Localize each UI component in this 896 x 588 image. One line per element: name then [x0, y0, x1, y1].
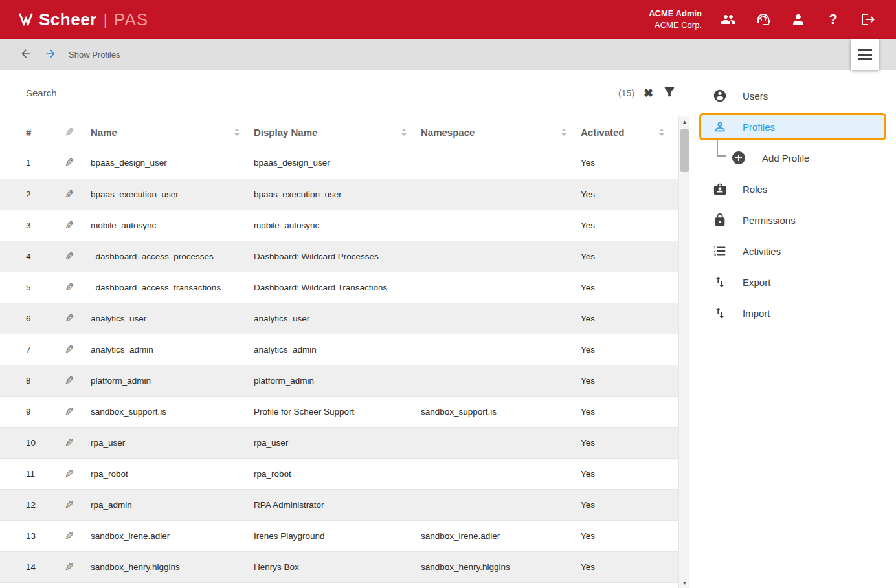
profile-activated: Yes — [581, 489, 678, 520]
add-circle-icon — [731, 150, 746, 166]
table-row: 1✎bpaas_design_userbpaas_design_userYes — [0, 147, 678, 179]
profile-display-name: platform_admin — [254, 365, 421, 396]
profile-name: sandbox_support.is — [91, 396, 254, 427]
profile-activated: Yes — [581, 427, 678, 458]
scroll-down-icon[interactable]: ▼ — [679, 578, 690, 588]
edit-icon: ✎ — [65, 125, 74, 139]
edit-icon[interactable]: ✎ — [65, 219, 74, 232]
current-user-block: ACME Admin ACME Corp. — [649, 8, 702, 30]
profile-display-name: Irenes Playground — [254, 520, 421, 551]
search-input[interactable] — [26, 87, 609, 98]
profile-name: analytics_admin — [91, 334, 254, 365]
table-row: 3✎mobile_autosyncmobile_autosyncYes — [0, 210, 678, 241]
profile-namespace — [421, 210, 581, 241]
edit-icon[interactable]: ✎ — [65, 374, 74, 387]
edit-icon[interactable]: ✎ — [65, 405, 74, 419]
sidebar-item-profiles[interactable]: Profiles — [699, 113, 886, 140]
edit-icon[interactable]: ✎ — [65, 281, 74, 294]
profiles-table: # ✎ Name Display Name Namespace Activate… — [0, 116, 678, 588]
edit-icon[interactable]: ✎ — [65, 343, 74, 356]
app-header: Scheer | PAS ACME Admin ACME Corp. ? — [0, 0, 896, 39]
profile-activated: Yes — [581, 365, 678, 396]
sort-activated-icon[interactable] — [659, 129, 664, 136]
scrollbar-thumb[interactable] — [680, 129, 689, 172]
table-header-row: # ✎ Name Display Name Namespace Activate… — [0, 116, 678, 147]
profile-name: rpa_robot — [91, 458, 254, 489]
sidebar-item-activities[interactable]: Activities — [689, 235, 896, 267]
filter-icon[interactable] — [662, 85, 677, 102]
edit-icon[interactable]: ✎ — [65, 250, 74, 263]
table-row: 8✎platform_adminplatform_adminYes — [0, 365, 678, 396]
profile-display-name: Dashboard: Wildcard Processes — [254, 241, 421, 272]
logo-text-pas: PAS — [114, 10, 148, 30]
sidebar-item-add-profile[interactable]: Add Profile — [689, 142, 896, 173]
table-row: 14✎sandbox_henry.higginsHenrys Boxsandbo… — [0, 551, 678, 582]
row-number: 11 — [0, 458, 65, 489]
sidebar-item-roles[interactable]: Roles — [689, 173, 896, 204]
row-number: 10 — [0, 427, 65, 458]
column-header-display-name: Display Name — [254, 127, 317, 138]
profile-namespace — [421, 272, 581, 303]
users-group-icon[interactable] — [720, 11, 737, 28]
profile-activated: Yes — [581, 241, 678, 272]
edit-icon[interactable]: ✎ — [65, 498, 74, 512]
edit-icon[interactable]: ✎ — [65, 312, 74, 325]
edit-icon[interactable]: ✎ — [65, 467, 74, 481]
profile-namespace — [421, 458, 581, 489]
forward-arrow-icon[interactable] — [44, 47, 58, 61]
search-row: (15) ✖ — [26, 79, 677, 107]
logout-icon[interactable] — [860, 11, 877, 28]
vertical-scrollbar[interactable]: ▲ ▼ — [678, 116, 689, 588]
table-row: 10✎rpa_userrpa_userYes — [0, 427, 678, 458]
sidebar-item-permissions[interactable]: Permissions — [689, 204, 896, 235]
user-icon[interactable] — [790, 11, 807, 28]
table-row: 9✎sandbox_support.isProfile for Scheer S… — [0, 396, 678, 427]
hamburger-menu-icon[interactable] — [851, 39, 879, 70]
row-number: 4 — [0, 241, 65, 272]
profile-namespace — [421, 427, 581, 458]
profile-namespace — [421, 489, 581, 520]
edit-icon[interactable]: ✎ — [65, 156, 74, 169]
row-number: 2 — [0, 179, 65, 210]
profile-name: bpaas_execution_user — [91, 179, 254, 210]
row-number: 7 — [0, 334, 65, 365]
sort-namespace-icon[interactable] — [561, 129, 566, 136]
profile-name: sandbox_irene.adler — [91, 520, 254, 551]
profile-activated: Yes — [581, 520, 678, 551]
logo-text-scheer: Scheer — [39, 10, 97, 30]
table-row: 7✎analytics_adminanalytics_adminYes — [0, 334, 678, 365]
profile-display-name: analytics_admin — [254, 334, 421, 365]
profile-activated: Yes — [581, 458, 678, 489]
support-agent-icon[interactable] — [755, 11, 772, 28]
sidebar-item-label: Profiles — [743, 122, 775, 133]
sidebar-item-label: Activities — [743, 246, 781, 257]
breadcrumb-title: Show Profiles — [69, 50, 120, 60]
profile-activated: Yes — [581, 551, 678, 582]
edit-icon[interactable]: ✎ — [65, 529, 74, 543]
profile-namespace — [421, 179, 581, 210]
profile-display-name: RPA Administrator — [254, 489, 421, 520]
profiles-main-panel: (15) ✖ # ✎ Name Display Name Namespace A… — [0, 70, 689, 588]
logo-separator: | — [104, 10, 107, 28]
edit-icon[interactable]: ✎ — [65, 436, 74, 450]
profile-namespace — [421, 241, 581, 272]
table-row: 13✎sandbox_irene.adlerIrenes Playgrounds… — [0, 520, 678, 551]
profile-namespace — [421, 303, 581, 334]
scroll-up-icon[interactable]: ▲ — [679, 116, 690, 127]
profile-activated: Yes — [581, 147, 678, 179]
sort-name-icon[interactable] — [234, 129, 240, 136]
search-field-wrap — [26, 79, 609, 107]
edit-icon[interactable]: ✎ — [65, 560, 74, 574]
sidebar-item-export[interactable]: Export — [689, 267, 896, 298]
column-header-namespace: Namespace — [421, 127, 475, 138]
edit-icon[interactable]: ✎ — [65, 188, 74, 201]
help-icon[interactable]: ? — [825, 11, 842, 28]
clear-search-icon[interactable]: ✖ — [644, 87, 653, 99]
sidebar-item-import[interactable]: Import — [689, 298, 896, 329]
sidebar-item-users[interactable]: Users — [689, 80, 896, 111]
back-arrow-icon[interactable] — [19, 47, 34, 61]
sort-display-name-icon[interactable] — [401, 129, 407, 136]
badge-icon — [713, 182, 727, 196]
scheer-logo-mark-icon — [18, 12, 34, 27]
profile-name: platform_admin — [91, 365, 254, 396]
